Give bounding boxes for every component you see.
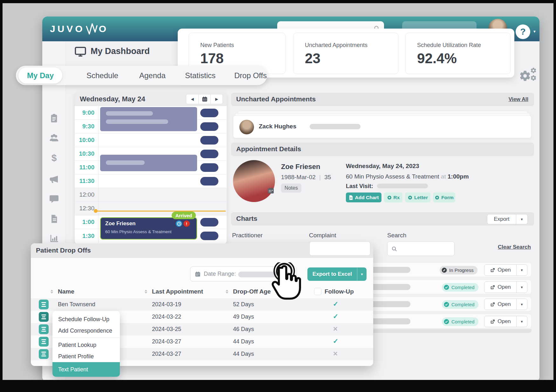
sort-icon[interactable] <box>226 290 228 294</box>
age: 35 <box>324 174 331 180</box>
menu-item-label: Patient Lookup <box>58 342 96 348</box>
time-slot: 12:00 <box>75 188 227 202</box>
arrived-badge: Arrived <box>172 212 196 219</box>
menu-item-label: Patient Profile <box>58 353 94 360</box>
details-dob-age: 1988-Mar-02 | 35 <box>281 174 331 181</box>
tab-drop-offs[interactable]: Drop Offs <box>234 66 267 85</box>
open-chart-button[interactable]: Open ▼ <box>484 281 527 293</box>
form-label: Form <box>441 195 454 200</box>
drop-offs-table-header: Name Last Appointment Drop-Off Age Follo… <box>31 286 373 298</box>
open-caret-button[interactable]: ▼ <box>516 316 527 327</box>
slot-action-pill[interactable] <box>200 109 218 117</box>
complaint-select[interactable] <box>309 241 370 256</box>
uncharted-patient-card[interactable]: Zack Hughes <box>233 115 532 138</box>
reports-icon[interactable] <box>49 233 59 243</box>
mini-calendar-icon[interactable] <box>267 187 275 194</box>
notes-button[interactable]: Notes <box>281 184 301 193</box>
appointment-block[interactable] <box>100 107 197 131</box>
follow-up-checkbox[interactable] <box>314 288 321 295</box>
tab-statistics[interactable]: Statistics <box>185 66 216 85</box>
messages-icon[interactable] <box>49 194 59 204</box>
appointment-block[interactable] <box>100 155 197 171</box>
practitioner-label: Practitioner <box>232 232 263 239</box>
chart-search-input[interactable] <box>387 241 455 256</box>
help-button[interactable]: ? <box>516 24 530 39</box>
column-name[interactable]: Name <box>58 288 74 295</box>
row-actions-button[interactable] <box>39 312 49 322</box>
form-button[interactable]: Form <box>433 193 455 202</box>
open-chart-button[interactable]: Open ▼ <box>484 316 527 327</box>
slot-action-pill[interactable] <box>200 232 218 240</box>
drop-off-row[interactable]: Ben Townsend 2024-03-19 52 Days ✓ <box>31 298 373 311</box>
column-last-appointment[interactable]: Last Appointment <box>152 288 203 295</box>
menu-item-text-patient[interactable]: Text Patient <box>52 362 120 377</box>
section-title: Uncharted Appointments <box>236 95 316 103</box>
view-all-link[interactable]: View All <box>509 96 528 102</box>
slot-action-pill[interactable] <box>200 163 218 172</box>
export-to-excel-button[interactable]: Export to Excel ▼ <box>307 267 367 281</box>
prev-day-button[interactable]: ◀ <box>186 94 198 104</box>
cell-name: Ben Townsend <box>58 301 95 308</box>
stat-value: 23 <box>305 51 398 66</box>
next-day-button[interactable]: ▶ <box>210 94 223 104</box>
sort-icon[interactable] <box>51 290 53 294</box>
sort-icon[interactable] <box>145 290 147 294</box>
open-chart-button[interactable]: Open ▼ <box>484 299 527 310</box>
clipboard-icon[interactable] <box>49 113 59 123</box>
slot-action-pill[interactable] <box>200 177 218 186</box>
row-actions-button[interactable] <box>39 324 49 334</box>
add-chart-button[interactable]: Add Chart <box>346 193 381 202</box>
caret-down-icon: ▼ <box>520 320 524 323</box>
cell-last-appointment: 2024-03-27 <box>152 351 181 357</box>
row-actions-button[interactable] <box>39 300 49 309</box>
menu-item-label: Text Patient <box>58 366 88 373</box>
tab-agenda[interactable]: Agenda <box>139 66 166 85</box>
cell-drop-off-age: 52 Days <box>233 301 254 308</box>
service-time: 1:00pm <box>448 173 469 180</box>
time-label: 10:30 <box>75 147 98 160</box>
clear-search-link[interactable]: Clear Search <box>498 244 531 250</box>
billing-icon[interactable]: $ <box>49 152 59 163</box>
letter-button[interactable]: Letter <box>405 193 430 202</box>
calendar-picker-button[interactable] <box>198 94 210 104</box>
menu-item-patient-profile[interactable]: Patient Profile <box>52 351 120 362</box>
tab-schedule[interactable]: Schedule <box>86 66 118 85</box>
details-patient-name: Zoe Friesen <box>281 163 320 171</box>
row-actions-button[interactable] <box>39 349 49 359</box>
column-drop-off-age[interactable]: Drop-Off Age <box>233 288 271 295</box>
open-chart-button[interactable]: Open ▼ <box>484 264 527 276</box>
export-caret-button[interactable]: ▼ <box>357 267 367 281</box>
slot-action-pill[interactable] <box>200 122 218 131</box>
open-caret-button[interactable]: ▼ <box>516 265 527 275</box>
calendar-date-label: Wednesday, May 24 <box>80 95 145 103</box>
dashboard-settings-icon[interactable] <box>518 67 537 82</box>
menu-item-schedule-follow-up[interactable]: Schedule Follow-Up <box>52 314 120 325</box>
open-caret-button[interactable]: ▼ <box>516 299 527 310</box>
slot-action-pill[interactable] <box>200 136 218 145</box>
menu-item-add-correspondence[interactable]: Add Correspondence <box>52 325 120 336</box>
zoe-appointment-block[interactable]: Zoe Friesen ! 60 Min Physio Assess & Tre… <box>100 217 197 240</box>
open-caret-button[interactable]: ▼ <box>516 282 527 293</box>
rx-button[interactable]: Rx <box>384 193 402 202</box>
add-chart-label: Add Chart <box>355 195 379 200</box>
status-label: Completed <box>451 302 475 307</box>
menu-item-label: Add Correspondence <box>58 328 112 334</box>
patients-icon[interactable] <box>49 132 59 143</box>
documents-icon[interactable] <box>49 214 59 224</box>
export-button[interactable]: Export ▼ <box>487 214 528 224</box>
export-caret-button[interactable]: ▼ <box>516 214 527 224</box>
time-label: 9:30 <box>75 120 98 133</box>
tab-my-day[interactable]: My Day <box>18 67 62 84</box>
menu-item-patient-lookup[interactable]: Patient Lookup <box>52 339 120 351</box>
stat-card-uncharted: Uncharted Appointments 23 <box>293 33 398 74</box>
time-label: 11:00 <box>75 161 98 174</box>
marketing-icon[interactable] <box>49 174 59 184</box>
details-appointment-date: Wednesday, May 24, 2023 <box>346 163 419 170</box>
cell-drop-off-age: 49 Days <box>233 314 254 320</box>
completed-icon <box>443 284 450 290</box>
row-actions-button[interactable] <box>39 337 49 347</box>
calendar-header: Wednesday, May 24 ◀ ▶ <box>75 92 227 106</box>
slot-action-pill[interactable] <box>200 218 218 226</box>
slot-action-pill[interactable] <box>200 150 218 158</box>
cell-drop-off-age: 44 Days <box>233 338 254 345</box>
